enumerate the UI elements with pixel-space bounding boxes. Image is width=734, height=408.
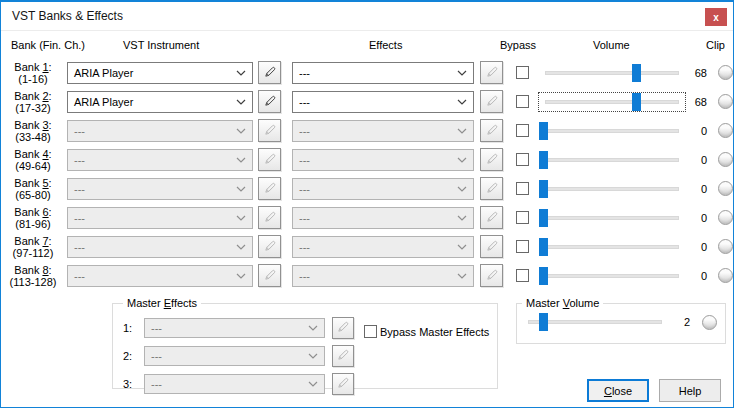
bank-3-edit-instrument-button: [258, 119, 281, 142]
bank-2-edit-effect-button: [480, 90, 503, 113]
bank-row-1: Bank 1: (1-16) ARIA Player --- 6: [1, 58, 733, 87]
bank-6-volume-value: 0: [687, 212, 707, 224]
pencil-icon: [263, 210, 277, 226]
slider-track: [545, 129, 679, 133]
bank-3-edit-effect-button: [480, 119, 503, 142]
bank-row-2: Bank 2: (17-32) ARIA Player ---: [1, 87, 733, 116]
bank-1-bypass-checkbox[interactable]: [516, 66, 529, 79]
master-effect-row-3: 3: ---: [123, 373, 489, 395]
chevron-down-icon: [236, 273, 246, 279]
bank-8-vst-instrument-select: ---: [67, 265, 253, 287]
pencil-icon: [485, 239, 499, 255]
close-icon: x: [713, 12, 719, 23]
bank-7-edit-instrument-button: [258, 235, 281, 258]
slider-thumb[interactable]: [539, 180, 548, 198]
chevron-down-icon: [236, 215, 246, 221]
vst-banks-effects-dialog: VST Banks & Effects x Bank (Fin. Ch.) VS…: [0, 0, 734, 408]
bank-1-edit-instrument-button[interactable]: [258, 61, 281, 84]
master-effect-3-select: ---: [144, 374, 325, 394]
bank-1-effects-select[interactable]: ---: [292, 62, 474, 84]
slider-thumb[interactable]: [539, 122, 548, 140]
bank-5-vst-instrument-select: ---: [67, 178, 253, 200]
pencil-icon: [485, 94, 499, 110]
slider-thumb[interactable]: [539, 151, 548, 169]
bank-8-channel-range: (113-128): [3, 276, 63, 288]
bypass-master-effects-label: Bypass Master Effects: [380, 326, 489, 338]
pencil-icon: [263, 94, 277, 110]
help-button[interactable]: Help: [659, 379, 721, 402]
bank-1-channel-range: (1-16): [3, 73, 63, 85]
bank-1-label: Bank 1: (1-16): [3, 61, 63, 85]
bank-6-effects-select: ---: [292, 207, 474, 229]
bank-8-volume-slider[interactable]: [539, 267, 685, 285]
pencil-icon: [485, 123, 499, 139]
bypass-master-effects-checkbox[interactable]: [364, 325, 377, 338]
bank-7-vst-instrument-select: ---: [67, 236, 253, 258]
bank-2-volume-slider[interactable]: [539, 93, 685, 111]
master-volume-row: 2: [522, 313, 717, 331]
bank-6-edit-instrument-button: [258, 206, 281, 229]
bank-8-bypass-checkbox[interactable]: [516, 269, 529, 282]
bank-row-8: Bank 8: (113-128) --- --- 0: [1, 261, 733, 290]
bank-1-volume-slider[interactable]: [539, 64, 685, 82]
bank-3-volume-value: 0: [687, 125, 707, 137]
chevron-down-icon: [308, 353, 318, 359]
slider-track: [545, 100, 679, 104]
bank-5-volume-slider[interactable]: [539, 180, 685, 198]
bank-2-edit-instrument-button[interactable]: [258, 90, 281, 113]
header-effects: Effects: [369, 39, 402, 51]
master-volume-slider[interactable]: [522, 313, 668, 331]
pencil-icon: [336, 348, 350, 364]
bank-6-channel-range: (81-96): [3, 218, 63, 230]
bank-6-volume-slider[interactable]: [539, 209, 685, 227]
bank-4-vst-instrument-select: ---: [67, 149, 253, 171]
window-close-button[interactable]: x: [705, 8, 727, 26]
master-effects-group: Master Effects 1: --- 2: --- 3:: [112, 297, 498, 389]
chevron-down-icon: [236, 186, 246, 192]
bank-3-bypass-checkbox[interactable]: [516, 124, 529, 137]
master-effect-3-label: 3:: [123, 378, 137, 390]
slider-thumb[interactable]: [539, 267, 548, 285]
pencil-icon: [263, 123, 277, 139]
bank-5-bypass-checkbox[interactable]: [516, 182, 529, 195]
chevron-down-icon: [457, 157, 467, 163]
bank-5-channel-range: (65-80): [3, 189, 63, 201]
bank-1-vst-instrument-select[interactable]: ARIA Player: [67, 62, 253, 84]
bank-4-volume-slider[interactable]: [539, 151, 685, 169]
master-effect-1-edit-button: [332, 317, 354, 339]
slider-thumb[interactable]: [632, 64, 641, 82]
bank-3-effects-select: ---: [292, 120, 474, 142]
bank-4-label: Bank 4: (49-64): [3, 148, 63, 172]
pencil-icon: [485, 181, 499, 197]
bank-3-clip-indicator: [718, 123, 733, 138]
chevron-down-icon: [457, 128, 467, 134]
bank-2-vst-instrument-select[interactable]: ARIA Player: [67, 91, 253, 113]
slider-thumb[interactable]: [539, 238, 548, 256]
chevron-down-icon: [457, 215, 467, 221]
pencil-icon: [485, 65, 499, 81]
bank-7-volume-slider[interactable]: [539, 238, 685, 256]
bank-6-edit-effect-button: [480, 206, 503, 229]
slider-thumb[interactable]: [539, 313, 548, 331]
pencil-icon: [336, 320, 350, 336]
bank-6-label: Bank 6: (81-96): [3, 206, 63, 230]
slider-thumb[interactable]: [539, 209, 548, 227]
bank-8-volume-value: 0: [687, 270, 707, 282]
bank-4-bypass-checkbox[interactable]: [516, 153, 529, 166]
bank-2-bypass-checkbox[interactable]: [516, 95, 529, 108]
bank-3-volume-slider[interactable]: [539, 122, 685, 140]
bank-row-5: Bank 5: (65-80) --- --- 0: [1, 174, 733, 203]
bank-2-effects-select[interactable]: ---: [292, 91, 474, 113]
bank-7-bypass-checkbox[interactable]: [516, 240, 529, 253]
chevron-down-icon: [236, 128, 246, 134]
bypass-master-effects: Bypass Master Effects: [364, 325, 489, 338]
bank-row-3: Bank 3: (33-48) --- --- 0: [1, 116, 733, 145]
bank-row-6: Bank 6: (81-96) --- --- 0: [1, 203, 733, 232]
bank-4-volume-value: 0: [687, 154, 707, 166]
pencil-icon: [485, 210, 499, 226]
bank-6-bypass-checkbox[interactable]: [516, 211, 529, 224]
chevron-down-icon: [457, 244, 467, 250]
bank-8-edit-instrument-button: [258, 264, 281, 287]
close-button[interactable]: Close: [587, 379, 649, 402]
slider-thumb[interactable]: [632, 93, 641, 111]
